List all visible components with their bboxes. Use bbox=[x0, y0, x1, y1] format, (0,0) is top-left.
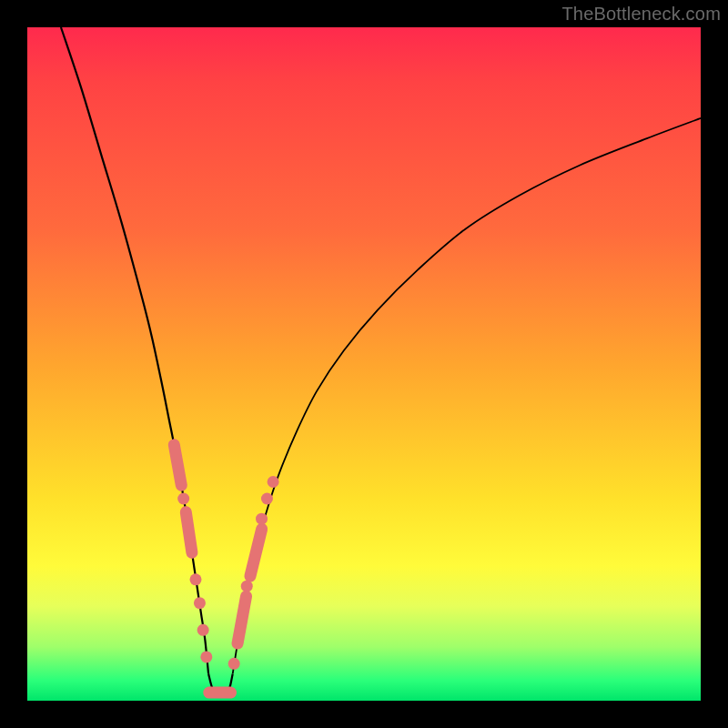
watermark-text: TheBottleneck.com bbox=[561, 4, 721, 25]
marker-dot bbox=[256, 513, 268, 525]
marker-dot bbox=[200, 651, 212, 662]
marker-dot bbox=[241, 581, 253, 592]
marker-dot bbox=[261, 493, 273, 505]
curves-svg bbox=[27, 27, 701, 701]
right-branch-curve bbox=[233, 118, 701, 674]
plot-area bbox=[27, 27, 701, 701]
marker-dot bbox=[190, 573, 202, 585]
chart-frame: TheBottleneck.com bbox=[0, 0, 728, 728]
marker-dot bbox=[194, 597, 206, 609]
marker-pill bbox=[250, 529, 262, 576]
marker-pill bbox=[238, 596, 246, 643]
data-markers bbox=[174, 445, 278, 693]
marker-dot bbox=[268, 476, 279, 488]
marker-pill bbox=[186, 512, 192, 552]
left-branch-curve bbox=[61, 27, 208, 673]
marker-dot bbox=[177, 493, 189, 505]
marker-dot bbox=[228, 658, 240, 670]
marker-pill bbox=[174, 445, 181, 485]
marker-dot bbox=[197, 624, 209, 636]
